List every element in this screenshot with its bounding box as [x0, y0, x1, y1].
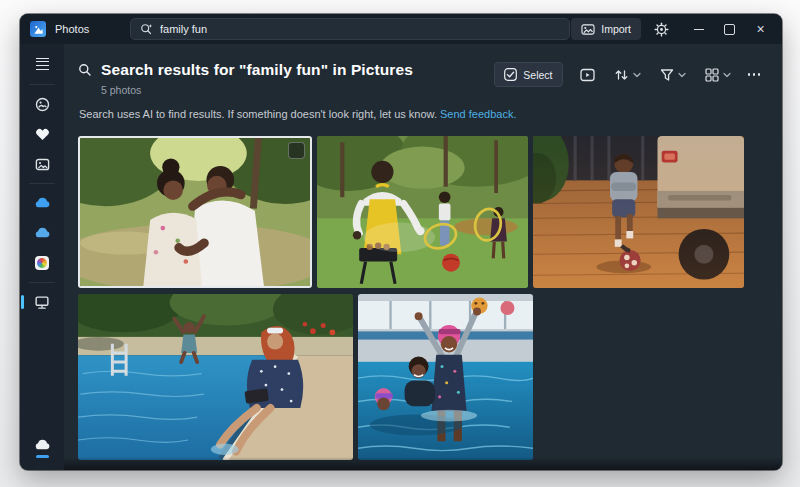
toolbar: Select: [494, 62, 764, 87]
photo-thumbnail-outdoor-pool[interactable]: [78, 294, 353, 460]
photos-app-window: Photos family fun Import: [20, 14, 782, 470]
sidebar-separator: [29, 282, 55, 283]
minimize-button[interactable]: [683, 17, 714, 41]
ai-notice-text: Search uses AI to find results. If somet…: [79, 108, 437, 120]
import-icon: [581, 23, 595, 36]
sidebar-item-this-pc[interactable]: [26, 287, 58, 317]
chevron-down-icon: [633, 72, 641, 78]
sidebar-item-all-photos[interactable]: [26, 89, 58, 119]
slideshow-icon: [580, 68, 595, 82]
select-checkbox-icon: [504, 68, 517, 81]
photos-app-icon: [30, 21, 46, 37]
sync-status[interactable]: [34, 439, 51, 458]
settings-button[interactable]: [647, 18, 675, 40]
search-sparkle-icon: [140, 23, 153, 36]
sidebar-item-onedrive[interactable]: [26, 188, 58, 218]
sidebar-separator: [29, 183, 55, 184]
send-feedback-link[interactable]: Send feedback.: [440, 108, 516, 120]
main-content: Search results for "family fun" in Pictu…: [64, 44, 782, 470]
favorites-heart-icon: [35, 127, 50, 141]
filter-icon: [660, 68, 674, 82]
photo-grid: [78, 136, 744, 460]
photo-select-checkbox[interactable]: [288, 142, 305, 159]
sidebar-separator: [29, 84, 55, 85]
search-value: family fun: [160, 23, 207, 35]
sidebar: [20, 44, 64, 470]
maximize-button[interactable]: [714, 17, 745, 41]
sidebar-item-onedrive-photos[interactable]: [26, 218, 58, 248]
results-header: Search results for "family fun" in Pictu…: [78, 61, 764, 96]
import-button[interactable]: Import: [571, 18, 641, 40]
chevron-down-icon: [723, 72, 731, 78]
minimize-icon: [694, 29, 704, 30]
icloud-photos-icon: [35, 256, 49, 270]
layout-button[interactable]: [699, 63, 737, 86]
chevron-down-icon: [678, 72, 686, 78]
close-icon: ×: [756, 22, 764, 36]
this-pc-icon: [34, 295, 50, 310]
layout-tiles-icon: [705, 68, 719, 82]
sync-progress-bar: [36, 455, 49, 458]
sidebar-menu-button[interactable]: [26, 50, 58, 80]
maximize-icon: [724, 24, 735, 35]
search-icon: [78, 63, 92, 77]
sync-cloud-icon: [34, 439, 51, 451]
search-input[interactable]: family fun: [130, 18, 570, 40]
photo-thumbnail-couple-park[interactable]: [78, 136, 312, 288]
app-title: Photos: [55, 23, 89, 35]
close-button[interactable]: ×: [745, 17, 776, 41]
filter-button[interactable]: [654, 63, 692, 86]
sort-button[interactable]: [608, 63, 647, 86]
import-label: Import: [601, 23, 631, 35]
sort-icon: [614, 68, 629, 82]
titlebar: Photos family fun Import: [20, 14, 782, 44]
settings-gear-icon: [654, 22, 669, 37]
page-title: Search results for "family fun" in Pictu…: [101, 61, 413, 79]
sidebar-item-favorites[interactable]: [26, 119, 58, 149]
selected-indicator: [21, 295, 24, 309]
ai-notice: Search uses AI to find results. If somet…: [79, 108, 516, 120]
select-button[interactable]: Select: [494, 62, 562, 87]
photo-thumbnail-boy-soccer-car[interactable]: [533, 136, 744, 288]
sidebar-item-icloud-photos[interactable]: [26, 248, 58, 278]
photo-count: 5 photos: [101, 84, 413, 96]
titlebar-actions: Import ×: [571, 17, 776, 41]
photo-thumbnail-bbq-park[interactable]: [317, 136, 528, 288]
photo-thumbnail-indoor-pool[interactable]: [358, 294, 533, 460]
more-ellipsis-icon: [748, 73, 751, 76]
onedrive-photos-cloud-icon: [34, 227, 51, 239]
slideshow-button[interactable]: [574, 63, 601, 86]
more-options-button[interactable]: [744, 63, 765, 86]
onedrive-cloud-icon: [34, 197, 51, 209]
menu-icon: [36, 58, 49, 72]
select-label: Select: [523, 69, 552, 81]
photo-library-icon: [35, 157, 50, 172]
sidebar-item-folders[interactable]: [26, 149, 58, 179]
all-photos-icon: [35, 97, 50, 112]
